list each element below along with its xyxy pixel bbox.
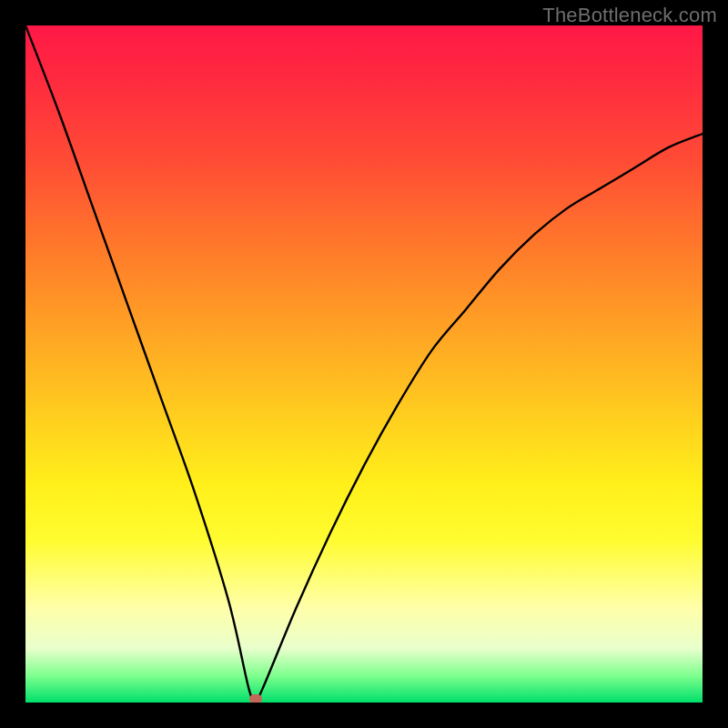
plot-area [25,25,703,703]
optimal-point-marker [249,694,262,703]
bottleneck-curve [25,25,703,703]
watermark-text: TheBottleneck.com [542,4,717,27]
chart-frame: TheBottleneck.com [0,0,728,728]
